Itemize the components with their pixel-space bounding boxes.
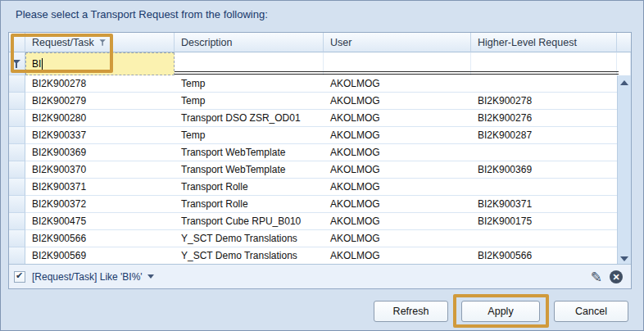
row-indicator <box>9 247 25 265</box>
cell-description: Transport Cube RPU_B010 <box>175 213 324 230</box>
cell-user: AKOLMOG <box>324 213 471 230</box>
table-row[interactable]: BI2K900278TempAKOLMOG <box>9 75 617 93</box>
filter-input-description[interactable] <box>175 52 324 75</box>
column-header-description[interactable]: Description <box>175 33 324 52</box>
filter-panel: [Request/Task] Like 'BI%' ✎ ✕ <box>9 264 631 288</box>
filter-input-value: BI <box>32 58 41 70</box>
table-row[interactable]: BI2K900279TempAKOLMOGBI2K900278 <box>9 93 617 110</box>
cell-description: Transport Rolle <box>175 179 324 196</box>
vertical-scrollbar[interactable] <box>617 75 631 265</box>
row-indicator <box>9 144 25 161</box>
cell-request-task: BI2K900278 <box>25 75 175 93</box>
column-header-label: Description <box>181 37 233 48</box>
cell-request-task: BI2K900475 <box>25 213 175 230</box>
cell-request-task: BI2K900566 <box>25 230 175 247</box>
cell-request-task: BI2K900337 <box>25 127 175 144</box>
triangle-up-icon <box>620 80 628 85</box>
cell-description: Temp <box>175 127 324 144</box>
cell-user: AKOLMOG <box>324 127 471 144</box>
row-indicator <box>9 93 25 110</box>
cell-higher-level <box>471 179 617 196</box>
row-indicator <box>9 179 25 196</box>
cell-description: Temp <box>175 93 324 110</box>
table-row[interactable]: BI2K900372Transport RolleAKOLMOGBI2K9003… <box>9 196 617 213</box>
grid-header-corner <box>617 33 631 52</box>
cell-description: Temp <box>175 75 324 93</box>
cell-description: Transport DSO ZSR_OD01 <box>175 110 324 127</box>
cell-description: Y_SCT Demo Translations <box>175 247 324 265</box>
column-header-label: Request/Task <box>32 37 94 48</box>
cell-user: AKOLMOG <box>324 110 471 127</box>
row-indicator <box>9 127 25 144</box>
filter-input-user[interactable] <box>324 52 471 75</box>
cell-higher-level: BI2K900287 <box>471 127 617 144</box>
cell-user: AKOLMOG <box>324 93 471 110</box>
cell-higher-level: BI2K900369 <box>471 161 617 179</box>
active-filter-icon[interactable] <box>99 39 106 46</box>
transport-request-dialog: Please select a Transport Request from t… <box>0 0 644 331</box>
grid-rows: BI2K900278TempAKOLMOGBI2K900279TempAKOLM… <box>9 75 617 265</box>
filter-expression[interactable]: [Request/Task] Like 'BI%' <box>32 271 143 283</box>
table-row[interactable]: BI2K900475Transport Cube RPU_B010AKOLMOG… <box>9 213 617 230</box>
cell-higher-level: BI2K900175 <box>471 213 617 230</box>
edit-filter-icon[interactable]: ✎ <box>591 270 602 284</box>
column-header-higher-level-request[interactable]: Higher-Level Request <box>471 33 617 52</box>
funnel-icon <box>12 60 21 68</box>
filter-input-request-task[interactable]: BI <box>25 52 175 75</box>
table-row[interactable]: BI2K900566Y_SCT Demo TranslationsAKOLMOG <box>9 230 617 247</box>
cell-description: Y_SCT Demo Translations <box>175 230 324 247</box>
clear-filter-icon[interactable]: ✕ <box>610 270 623 283</box>
cell-request-task: BI2K900370 <box>25 161 175 179</box>
table-row[interactable]: BI2K900569Y_SCT Demo TranslationsAKOLMOG… <box>9 247 617 265</box>
cell-user: AKOLMOG <box>324 144 471 161</box>
row-indicator <box>9 75 25 93</box>
refresh-button[interactable]: Refresh <box>374 301 448 322</box>
column-header-label: User <box>330 37 351 48</box>
cell-description: Transport WebTemplate <box>175 144 324 161</box>
cell-higher-level <box>471 144 617 161</box>
cell-request-task: BI2K900369 <box>25 144 175 161</box>
grid-filter-row: BI <box>9 52 631 75</box>
column-header-user[interactable]: User <box>324 33 471 52</box>
row-indicator <box>9 196 25 213</box>
cell-higher-level: BI2K900276 <box>471 110 617 127</box>
filter-enabled-checkbox[interactable] <box>14 271 25 283</box>
grid-header-row: Request/Task Description User Higher-Lev… <box>9 33 631 52</box>
cell-request-task: BI2K900280 <box>25 110 175 127</box>
triangle-down-icon <box>620 256 628 261</box>
row-indicator <box>9 161 25 179</box>
row-indicator <box>9 110 25 127</box>
table-row[interactable]: BI2K900369Transport WebTemplateAKOLMOG <box>9 144 617 161</box>
column-header-request-task[interactable]: Request/Task <box>25 33 175 52</box>
cell-request-task: BI2K900372 <box>25 196 175 213</box>
table-row[interactable]: BI2K900370Transport WebTemplateAKOLMOGBI… <box>9 161 617 179</box>
row-indicator <box>9 230 25 247</box>
cell-request-task: BI2K900569 <box>25 247 175 265</box>
filter-row-indicator <box>9 52 25 75</box>
row-indicator <box>9 213 25 230</box>
apply-button[interactable]: Apply <box>461 301 540 322</box>
cell-user: AKOLMOG <box>324 196 471 213</box>
cell-user: AKOLMOG <box>324 247 471 265</box>
cell-higher-level <box>471 75 617 93</box>
table-row[interactable]: BI2K900280Transport DSO ZSR_OD01AKOLMOGB… <box>9 110 617 127</box>
row-indicator-header <box>9 33 25 52</box>
cell-user: AKOLMOG <box>324 75 471 93</box>
cell-request-task: BI2K900371 <box>25 179 175 196</box>
cell-user: AKOLMOG <box>324 161 471 179</box>
cancel-button[interactable]: Cancel <box>554 301 628 322</box>
cell-higher-level: BI2K900371 <box>471 196 617 213</box>
filter-panel-icons: ✎ ✕ <box>591 265 623 289</box>
transport-request-grid: Request/Task Description User Higher-Lev… <box>8 32 632 289</box>
cell-higher-level <box>471 230 617 247</box>
chevron-down-icon[interactable] <box>147 274 154 279</box>
cell-description: Transport Rolle <box>175 196 324 213</box>
dialog-title: Please select a Transport Request from t… <box>16 8 268 20</box>
cell-higher-level: BI2K900566 <box>471 247 617 265</box>
scroll-up-button[interactable] <box>618 75 631 89</box>
table-row[interactable]: BI2K900371Transport RolleAKOLMOG <box>9 179 617 196</box>
text-caret <box>42 58 43 70</box>
filter-input-higher-level[interactable] <box>471 52 617 75</box>
table-row[interactable]: BI2K900337TempAKOLMOGBI2K900287 <box>9 127 617 144</box>
cell-user: AKOLMOG <box>324 230 471 247</box>
